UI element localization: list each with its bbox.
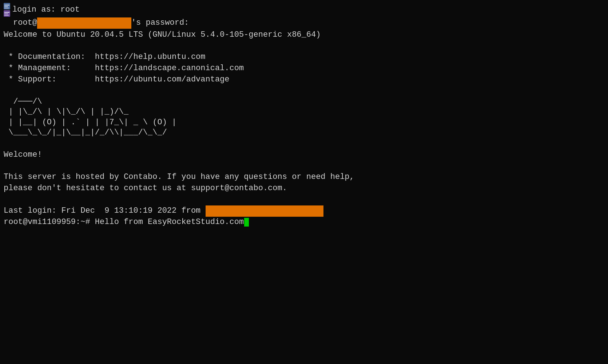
welcome-ubuntu-line: Welcome to Ubuntu 20.04.5 LTS (GNU/Linux… <box>4 29 604 41</box>
welcome-text: Welcome! <box>4 149 42 161</box>
contabo-line-1: This server is hosted by Contabo. If you… <box>4 172 604 183</box>
ascii-line-4: \___\_\_/|_|\__|_|/_/\\|___/\_\_/ <box>4 128 604 138</box>
mgmt-line: * Management: https://landscape.canonica… <box>4 63 604 74</box>
ascii-line-3: | |__| (O) | .` | | |7_\| _ \ (O) | <box>4 117 604 128</box>
svg-rect-2 <box>4 6 8 7</box>
terminal-icon-row: login as: root <box>4 3 604 17</box>
contabo-text-1: This server is hosted by Contabo. If you… <box>4 172 354 183</box>
contabo-text-2: please don't hesitate to contact us at s… <box>4 183 287 194</box>
prompt-line[interactable]: root@vmi1109959:~# Hello from EasyRocket… <box>4 217 604 228</box>
ascii-line-2: | |\_/\ | \|\_/\ | |_)/\_ <box>4 107 604 117</box>
last-login-text: Last login: Fri Dec 9 13:10:19 2022 from <box>4 205 206 217</box>
contabo-line-2: please don't hesitate to contact us at s… <box>4 183 604 194</box>
svg-rect-3 <box>4 8 9 8</box>
ascii-line-1: /───/\ <box>4 97 604 107</box>
empty-line-2 <box>4 85 604 97</box>
empty-line-4 <box>4 161 604 172</box>
svg-rect-7 <box>4 15 9 16</box>
support-line: * Support: https://ubuntu.com/advantage <box>4 74 604 85</box>
welcome-ubuntu-text: Welcome to Ubuntu 20.04.5 LTS (GNU/Linux… <box>4 29 321 41</box>
support-text: * Support: https://ubuntu.com/advantage <box>4 74 230 85</box>
welcome-line: Welcome! <box>4 149 604 161</box>
doc-line: * Documentation: https://help.ubuntu.com <box>4 52 604 63</box>
password-prompt-line: root@ 's password: <box>13 17 604 29</box>
ascii-art-block: /───/\ | |\_/\ | \|\_/\ | |_)/\_ | |__| … <box>4 97 604 138</box>
last-login-line: Last login: Fri Dec 9 13:10:19 2022 from <box>4 205 604 217</box>
empty-line-5 <box>4 194 604 205</box>
login-as-line: login as: root <box>12 4 80 16</box>
svg-rect-1 <box>4 5 9 5</box>
hostname-redacted <box>37 17 131 29</box>
empty-line-3 <box>4 138 604 149</box>
svg-rect-6 <box>4 13 8 14</box>
mgmt-text: * Management: https://landscape.canonica… <box>4 63 244 74</box>
doc-text: * Documentation: https://help.ubuntu.com <box>4 52 206 63</box>
svg-rect-5 <box>4 12 9 13</box>
terminal-window[interactable]: login as: root root@ 's password: Welcom… <box>0 0 608 364</box>
password-prompt-text: root@ <box>13 17 37 29</box>
last-login-ip-redacted <box>206 205 324 217</box>
prompt-text: root@vmi1109959:~# Hello from EasyRocket… <box>4 217 244 228</box>
empty-line-1 <box>4 41 604 52</box>
password-suffix: 's password: <box>131 17 189 29</box>
cursor <box>244 218 249 227</box>
